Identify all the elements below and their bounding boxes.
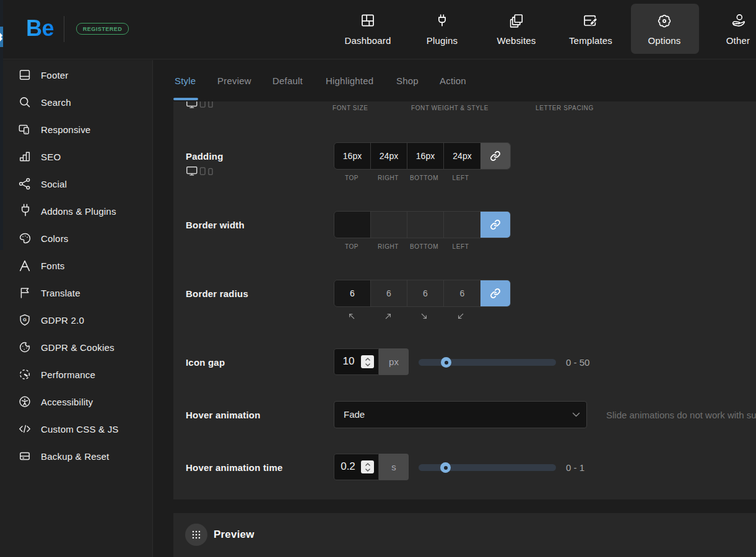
- svg-text:G: G: [23, 317, 27, 322]
